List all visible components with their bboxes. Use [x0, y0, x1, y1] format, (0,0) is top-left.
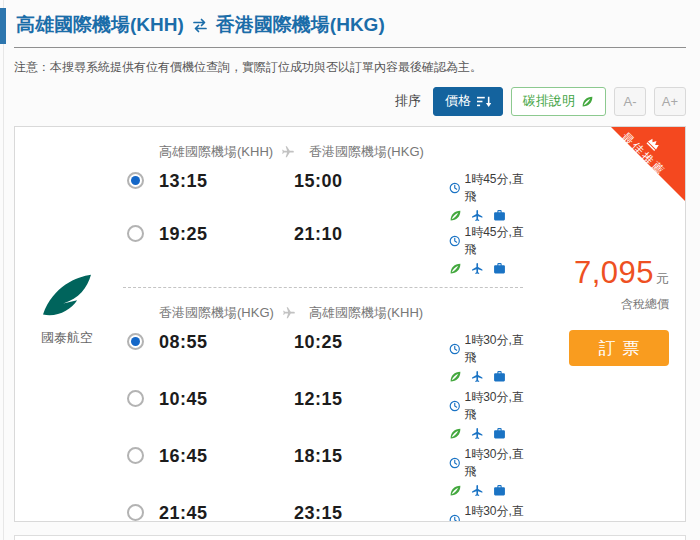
baggage-icon — [493, 484, 506, 497]
flight-result-card: 最佳推薦 國泰航空 高雄國際機場(KHH) 香港國際機場(HKG) 13:15 … — [14, 126, 686, 522]
baggage-icon — [493, 262, 506, 275]
flight-option-radio[interactable] — [127, 172, 144, 189]
outbound-to-airport: 香港國際機場(HKG) — [309, 143, 533, 161]
airline-name: 國泰航空 — [41, 329, 93, 347]
arrival-time: 10:25 — [294, 332, 449, 353]
eco-leaf-icon — [449, 209, 462, 222]
price-button-label: 價格 — [445, 92, 471, 110]
flight-option-row: 10:45 12:15 1時30分,直飛 — [119, 389, 533, 440]
flight-option-row: 16:45 18:15 1時30分,直飛 — [119, 446, 533, 497]
duration-text: 1時30分,直飛 — [465, 446, 533, 480]
airline-block: 國泰航空 — [15, 141, 119, 522]
outbound-from-airport: 高雄國際機場(KHH) — [159, 143, 273, 161]
sort-by-price-button[interactable]: 價格 — [433, 87, 503, 116]
arrival-time: 15:00 — [294, 171, 449, 192]
flight-option-radio[interactable] — [127, 390, 144, 407]
segment-divider — [123, 287, 523, 288]
aircraft-icon — [471, 370, 484, 383]
flight-option-radio[interactable] — [127, 333, 144, 350]
departure-time: 08:55 — [159, 332, 294, 353]
arrival-time: 21:10 — [294, 224, 449, 245]
flight-option-row: 08:55 10:25 1時30分,直飛 — [119, 332, 533, 383]
page-title: 高雄國際機場(KHH) 香港國際機場(HKG) — [16, 12, 686, 38]
eco-leaf-icon — [449, 262, 462, 275]
aircraft-icon — [471, 209, 484, 222]
outbound-header: 高雄國際機場(KHH) 香港國際機場(HKG) — [119, 143, 533, 161]
duration-text: 1時30分,直飛 — [465, 503, 533, 522]
return-from-airport: 香港國際機場(HKG) — [159, 304, 274, 322]
title-accent-bar — [0, 8, 6, 44]
aircraft-icon — [471, 427, 484, 440]
departure-time: 16:45 — [159, 446, 294, 467]
eco-leaf-icon — [449, 370, 462, 383]
duration-text: 1時45分,直飛 — [465, 171, 533, 205]
clock-icon — [449, 514, 461, 522]
leaf-icon — [581, 95, 594, 108]
swap-arrows-icon — [191, 18, 209, 33]
baggage-icon — [493, 370, 506, 383]
route-header: 高雄國際機場(KHH) 香港國際機場(HKG) — [0, 0, 700, 38]
return-to-airport: 高雄國際機場(KHH) — [309, 304, 533, 322]
flight-option-radio[interactable] — [127, 225, 144, 242]
duration-text: 1時45分,直飛 — [465, 224, 533, 258]
outbound-options: 13:15 15:00 1時45分,直飛 19:25 21:10 1時45分,直… — [119, 171, 533, 275]
baggage-icon — [493, 209, 506, 222]
carbon-button-label: 碳排說明 — [523, 92, 575, 110]
next-result-card-edge — [14, 535, 686, 540]
price-amount: 7,095 — [574, 255, 654, 291]
flight-option-radio[interactable] — [127, 504, 144, 521]
direction-plane-icon — [282, 306, 296, 320]
departure-time: 13:15 — [159, 171, 294, 192]
price-note: 含稅總價 — [621, 296, 669, 313]
clock-icon — [449, 343, 461, 355]
clock-icon — [449, 400, 461, 412]
duration-text: 1時30分,直飛 — [465, 332, 533, 366]
header-divider — [14, 47, 686, 48]
page-left-border — [3, 0, 4, 540]
total-price: 7,095 元 — [574, 255, 669, 291]
return-header: 香港國際機場(HKG) 高雄國際機場(KHH) — [119, 304, 533, 322]
clock-icon — [449, 457, 461, 469]
outbound-segment: 高雄國際機場(KHH) 香港國際機場(HKG) 13:15 15:00 1時45… — [119, 143, 533, 275]
aircraft-icon — [471, 484, 484, 497]
sort-amount-icon — [477, 95, 491, 108]
departure-time: 19:25 — [159, 224, 294, 245]
font-larger-button[interactable]: A+ — [654, 87, 686, 116]
flight-option-radio[interactable] — [127, 447, 144, 464]
direction-plane-icon — [281, 145, 295, 159]
sort-toolbar: 排序 價格 碳排說明 A- A+ — [14, 86, 686, 116]
clock-icon — [449, 235, 461, 247]
eco-leaf-icon — [449, 484, 462, 497]
departure-time: 21:45 — [159, 503, 294, 522]
eco-leaf-icon — [449, 427, 462, 440]
card-body: 國泰航空 高雄國際機場(KHH) 香港國際機場(HKG) 13:15 15:00… — [15, 127, 685, 522]
flight-option-row: 19:25 21:10 1時45分,直飛 — [119, 224, 533, 275]
return-segment: 香港國際機場(HKG) 高雄國際機場(KHH) 08:55 10:25 1時30… — [119, 304, 533, 522]
flight-option-row: 13:15 15:00 1時45分,直飛 — [119, 171, 533, 222]
aircraft-icon — [471, 262, 484, 275]
flights-column: 高雄國際機場(KHH) 香港國際機場(HKG) 13:15 15:00 1時45… — [119, 141, 533, 522]
price-currency: 元 — [656, 270, 669, 288]
clock-icon — [449, 182, 461, 194]
notice-text: 注意：本搜尋系統提供有位有價機位查詢，實際訂位成功與否以訂單內容最後確認為主。 — [14, 59, 686, 76]
font-smaller-button[interactable]: A- — [614, 87, 646, 116]
departure-time: 10:45 — [159, 389, 294, 410]
duration-text: 1時30分,直飛 — [465, 389, 533, 423]
route-to: 香港國際機場(HKG) — [216, 12, 385, 38]
arrival-time: 23:15 — [294, 503, 449, 522]
sort-label: 排序 — [395, 92, 421, 110]
arrival-time: 18:15 — [294, 446, 449, 467]
flight-option-row: 21:45 23:15 1時30分,直飛 — [119, 503, 533, 522]
cathay-pacific-logo — [36, 273, 98, 321]
arrival-time: 12:15 — [294, 389, 449, 410]
return-options: 08:55 10:25 1時30分,直飛 10:45 12:15 1時30分,直… — [119, 332, 533, 522]
route-from: 高雄國際機場(KHH) — [16, 12, 184, 38]
carbon-info-button[interactable]: 碳排說明 — [511, 87, 606, 116]
baggage-icon — [493, 427, 506, 440]
book-button[interactable]: 訂票 — [569, 330, 669, 366]
